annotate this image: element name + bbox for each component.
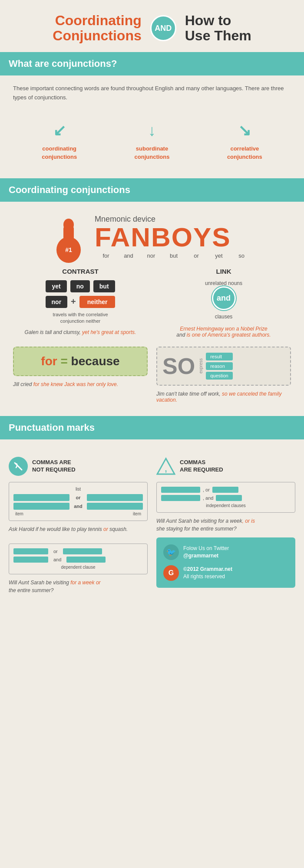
so-tag-question: question [206, 372, 233, 380]
svg-text:,: , [165, 465, 167, 473]
link-example: Ernest Hemingway won a Nobel Prize and i… [156, 326, 291, 338]
fanboys-word: FANBOYS [95, 224, 253, 251]
comma-not-req-example: Ask Harold if he would like to play tenn… [9, 525, 148, 533]
comma-req-example: Will Aunt Sarah be visiting for a week, … [156, 517, 295, 533]
dep-bar-4 [66, 557, 106, 563]
no-comma-icon [9, 457, 28, 476]
letter-but: but [162, 252, 185, 259]
tag-no: no [70, 280, 90, 292]
list-bar-2 [87, 494, 143, 501]
rights: All rights reserved [183, 573, 225, 580]
so-tags: result reason question [206, 353, 233, 380]
tag-but: but [93, 280, 115, 292]
section2-banner: Coordinating conjunctions [0, 178, 304, 202]
letter-or: or [185, 252, 208, 259]
commas-row: COMMAS ARENOT REQUIRED list or and item … [9, 457, 295, 533]
twitter-handle: @grammarnet [183, 553, 218, 559]
arrow-icon-2: ↓ [135, 120, 170, 141]
header-right: How to Use Them [185, 13, 251, 43]
conjunction-types: ↙ coordinatingconjunctions ↓ subordinate… [13, 120, 291, 170]
so-tag-result: result [206, 353, 233, 360]
tag-neither: neither [79, 296, 116, 308]
tag-nor: nor [46, 296, 68, 308]
and-badge: and [212, 286, 236, 310]
express-label: express [198, 358, 203, 373]
correlative-label: correlativeconjunctions [227, 145, 262, 160]
correlative-type: ↘ correlativeconjunctions [227, 120, 262, 161]
so-inner: SO express result reason question [156, 347, 291, 386]
list-row-1: or [13, 494, 143, 501]
req-row-2: , and [161, 495, 291, 501]
so-tag-reason: reason [206, 362, 233, 370]
req-and: , and [203, 495, 213, 501]
copyright: ©2012 Grammar.net [183, 566, 232, 572]
dep-clause-left: or and dependent clause Will Aunt Sarah … [9, 537, 148, 594]
dep-or: or [53, 549, 58, 554]
svg-text:#1: #1 [65, 246, 72, 253]
for-equals-text: for = because [23, 354, 138, 368]
comma-not-req-header: COMMAS ARENOT REQUIRED [9, 457, 148, 476]
commas-not-required: COMMAS ARENOT REQUIRED list or and item … [9, 457, 148, 533]
fanboys-text: Mnemonic device FANBOYS for and nor but … [95, 215, 253, 259]
for-so-row: for = because Jill cried for she knew Ja… [9, 347, 295, 403]
list-items-row: item item [13, 511, 143, 516]
arrow-icon-3: ↘ [227, 120, 262, 141]
plus-icon: + [71, 297, 76, 307]
grammar-icon: G [163, 565, 179, 581]
twitter-icon: 🐦 [163, 544, 179, 560]
header-title-how: How to Use Them [185, 13, 251, 43]
svg-line-4 [15, 463, 22, 470]
section3-content: COMMAS ARENOT REQUIRED list or and item … [0, 439, 304, 603]
svg-point-2 [63, 219, 74, 231]
dep-and: and [53, 557, 61, 562]
letter-for: for [95, 252, 117, 259]
letter-and: and [117, 252, 140, 259]
req-bar-4 [216, 495, 242, 501]
letter-so: so [230, 252, 253, 259]
dep-clause-row: or and dependent clause Will Aunt Sarah … [9, 537, 295, 594]
subordinate-label: subordinateconjunctions [135, 145, 170, 160]
dep-bar-3 [13, 557, 48, 563]
list-or: or [73, 495, 83, 500]
contrast-example: Galen is tall and clumsy, yet he's great… [13, 329, 148, 335]
req-bar-3 [161, 495, 200, 501]
list-bar-3 [13, 503, 69, 510]
header-and-badge: AND [150, 15, 176, 41]
section1-banner: What are conjunctions? [0, 52, 304, 75]
comma-not-req-title: COMMAS ARENOT REQUIRED [32, 459, 76, 474]
fanboys-letters: for and nor but or yet so [95, 252, 253, 259]
so-express-column: express [198, 358, 204, 373]
commas-required: , COMMASARE REQUIRED , or , and independ… [156, 457, 295, 533]
section3-title: Punctuation marks [9, 422, 295, 433]
so-letter: SO [162, 353, 195, 379]
section2-title: Coordinating conjunctions [9, 184, 295, 196]
contrast-link-row: CONTRAST yet no but nor + neither travel… [9, 268, 295, 338]
list-label: list [13, 487, 143, 491]
so-example: Jim can't take time off work, so we canc… [156, 391, 291, 403]
grammar-text: ©2012 Grammar.net All rights reserved [183, 566, 232, 580]
section3-banner: Punctuation marks [0, 416, 304, 439]
header: Coordinating Conjunctions AND How to Use… [0, 0, 304, 52]
dep-example: Will Aunt Sarah be visiting for a week o… [9, 579, 148, 594]
link-desc-bottom: clauses [156, 314, 291, 320]
req-bar-1 [161, 487, 200, 493]
header-left: Coordinating Conjunctions [53, 13, 141, 43]
nor-plus-row: nor + neither [13, 296, 148, 308]
for-box: for = because Jill cried for she knew Ja… [13, 347, 148, 387]
dep-row-2: and [13, 557, 143, 563]
link-title: LINK [156, 268, 291, 275]
req-or: , or [203, 487, 210, 492]
fanboys-container: #1 Mnemonic device FANBOYS for and nor b… [9, 215, 295, 259]
so-box: SO express result reason question Jim ca… [156, 347, 291, 403]
req-bar-2 [212, 487, 238, 493]
section1-content: These important connecting words are fou… [0, 75, 304, 178]
item-label-right: item [133, 511, 141, 516]
header-title-coordinating: Coordinating Conjunctions [53, 13, 141, 43]
for-example: Jill cried for she knew Jack was her onl… [13, 381, 148, 387]
for-equals-box: for = because [13, 347, 148, 376]
section2-content: #1 Mnemonic device FANBOYS for and nor b… [0, 202, 304, 416]
letter-yet: yet [208, 252, 230, 259]
item-label-left: item [15, 511, 23, 516]
list-diagram: list or and item item [9, 482, 148, 521]
subordinate-type: ↓ subordinateconjunctions [135, 120, 170, 161]
